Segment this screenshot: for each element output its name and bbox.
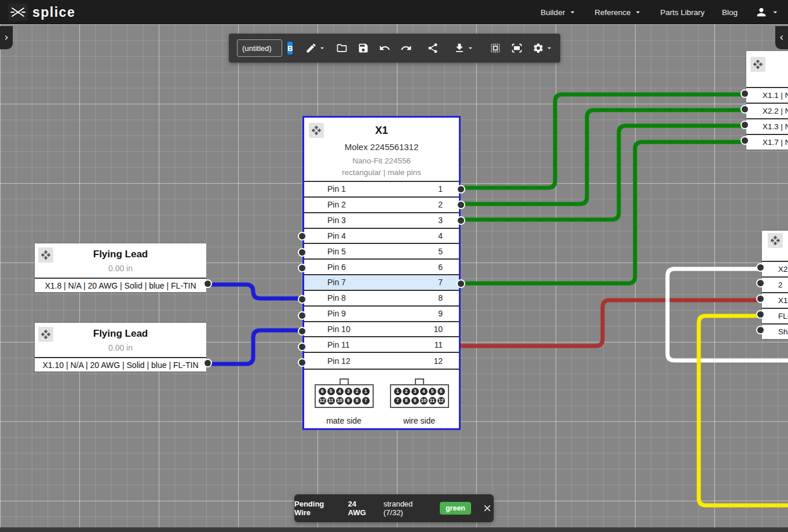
redo-button[interactable] bbox=[398, 40, 414, 56]
right-panel-toggle[interactable] bbox=[775, 26, 788, 49]
open-button[interactable] bbox=[334, 40, 350, 56]
move-handle-icon[interactable] bbox=[750, 57, 765, 72]
nav-item-reference[interactable]: Reference bbox=[594, 8, 643, 17]
pin-connector-dot[interactable] bbox=[203, 359, 212, 367]
pin-connector-dot-3[interactable] bbox=[457, 216, 465, 225]
flying-lead-block-1[interactable]: Flying Lead 0.00 in X1.8 | N/A | 20 AWG … bbox=[35, 243, 206, 292]
pin-row-1[interactable]: Pin 11 bbox=[304, 182, 459, 198]
close-pending-wire-button[interactable] bbox=[481, 502, 494, 515]
connector-series: Nano-Fit 224556 bbox=[304, 156, 459, 165]
pin-connector-dot-9[interactable] bbox=[298, 311, 307, 320]
pin-row-4[interactable]: Pin 44 bbox=[304, 229, 459, 245]
flying-lead-title: Flying Lead bbox=[35, 323, 206, 340]
pin-connector-dot[interactable] bbox=[756, 326, 765, 334]
move-handle-icon[interactable] bbox=[38, 327, 53, 342]
undo-button[interactable] bbox=[377, 40, 393, 56]
move-handle-icon[interactable] bbox=[768, 233, 783, 248]
brand[interactable]: splice bbox=[8, 3, 75, 21]
move-handle-icon[interactable] bbox=[38, 247, 53, 263]
share-button[interactable] bbox=[425, 40, 441, 56]
account-menu[interactable] bbox=[755, 6, 780, 19]
wire-row[interactable]: Shi bbox=[762, 323, 788, 339]
builder-toolbar: B bbox=[229, 34, 560, 63]
wire-row[interactable]: X1.7 | N bbox=[746, 134, 788, 150]
pin-connector-dot[interactable] bbox=[756, 294, 765, 303]
wire-row[interactable]: X1. bbox=[762, 292, 788, 308]
pin-connector-dot-4[interactable] bbox=[298, 232, 307, 241]
blue-wire-pin8[interactable] bbox=[207, 285, 302, 298]
chevron-right-icon bbox=[2, 33, 11, 42]
pin-connector-dot[interactable] bbox=[756, 279, 765, 287]
save-button[interactable] bbox=[355, 40, 371, 56]
pin-connector-dot[interactable] bbox=[740, 136, 749, 145]
pin-connector-dot-11[interactable] bbox=[298, 342, 307, 351]
pin-row-12[interactable]: Pin 1212 bbox=[304, 353, 459, 369]
pin-connector-dot-7[interactable] bbox=[457, 279, 465, 288]
diagram-canvas[interactable]: B bbox=[0, 24, 788, 527]
red-wire-pin11[interactable] bbox=[461, 300, 761, 346]
redo-icon bbox=[400, 42, 412, 54]
pin-connector-dot[interactable] bbox=[740, 121, 749, 129]
wire-row[interactable]: 2 bbox=[762, 276, 788, 292]
share-icon bbox=[427, 42, 439, 54]
pin-connector-dot[interactable] bbox=[203, 279, 212, 288]
wire-side-label: wire side bbox=[403, 416, 435, 425]
pin-connector-dot[interactable] bbox=[740, 105, 749, 114]
pin-connector-dot-2[interactable] bbox=[457, 201, 465, 209]
connector-block-right-middle[interactable]: X2. 2 X1. FL- Shi bbox=[762, 231, 788, 339]
pin-connector-dot-1[interactable] bbox=[457, 185, 465, 194]
settings-button[interactable] bbox=[530, 40, 556, 56]
nav-item-blog[interactable]: Blog bbox=[722, 8, 738, 17]
connector-title: X1 bbox=[304, 125, 459, 137]
wire-row[interactable]: X1.3 | N bbox=[746, 118, 788, 134]
pin-connector-dot-12[interactable] bbox=[298, 358, 307, 367]
pin-connector-dot[interactable] bbox=[740, 89, 749, 98]
chevron-down-icon bbox=[545, 44, 553, 52]
save-icon bbox=[357, 42, 369, 54]
wire-row[interactable]: FL- bbox=[762, 308, 788, 323]
wire-side-view: 1 2 3 4 5 6 7 8 9 10 11 12 bbox=[390, 378, 449, 429]
flying-lead-wire-row[interactable]: X1.8 | N/A | 20 AWG | Solid | blue | FL-… bbox=[35, 278, 206, 292]
move-handle-icon[interactable] bbox=[309, 123, 324, 138]
pin-connector-dot-6[interactable] bbox=[298, 264, 307, 272]
download-button[interactable] bbox=[451, 40, 477, 56]
pin-connector-dot[interactable] bbox=[756, 263, 765, 272]
pin-row-11[interactable]: Pin 1111 bbox=[304, 337, 459, 353]
green-wire-pin7[interactable] bbox=[461, 142, 745, 283]
pin-row-5[interactable]: Pin 55 bbox=[304, 244, 459, 260]
wire-row[interactable]: X2.2 | N bbox=[746, 103, 788, 118]
connector-block-right-top[interactable]: X1.1 | N X2.2 | N X1.3 | N X1.7 | N bbox=[746, 51, 788, 150]
nav-item-builder[interactable]: Builder bbox=[541, 8, 577, 17]
yellow-wire[interactable] bbox=[699, 316, 788, 505]
pin-connector-dot-8[interactable] bbox=[298, 295, 307, 304]
pin-row-6[interactable]: Pin 66 bbox=[304, 260, 459, 275]
user-icon bbox=[755, 6, 768, 19]
pin-row-10[interactable]: Pin 1010 bbox=[304, 322, 459, 338]
edit-tool-button[interactable] bbox=[303, 40, 329, 56]
left-panel-toggle[interactable] bbox=[0, 26, 13, 49]
top-nav: splice Builder Reference Parts Library B… bbox=[0, 0, 788, 24]
pending-wire-gauge: 24 AWG bbox=[348, 500, 373, 517]
flying-lead-length: 0.00 in bbox=[35, 264, 206, 273]
undo-icon bbox=[379, 42, 391, 54]
pin-row-8[interactable]: Pin 88 bbox=[304, 291, 459, 307]
connector-key-tab bbox=[415, 378, 424, 384]
nav-item-parts-library[interactable]: Parts Library bbox=[660, 8, 705, 17]
pin-row-7-selected[interactable]: Pin 77 bbox=[304, 275, 459, 291]
select-all-button[interactable] bbox=[487, 40, 504, 56]
pin-row-3[interactable]: Pin 33 bbox=[304, 213, 459, 229]
wire-row[interactable]: X1.1 | N bbox=[746, 87, 788, 103]
wire-row[interactable]: X2. bbox=[762, 261, 788, 276]
pin-row-9[interactable]: Pin 99 bbox=[304, 307, 459, 322]
pin-connector-dot[interactable] bbox=[756, 310, 765, 319]
connector-block-x1[interactable]: X1 Molex 2245561312 Nano-Fit 224556 rect… bbox=[302, 116, 461, 430]
pin-row-2[interactable]: Pin 22 bbox=[304, 198, 459, 213]
blue-wire-pin10[interactable] bbox=[207, 330, 302, 364]
pin-connector-dot-5[interactable] bbox=[298, 248, 307, 257]
flying-lead-block-2[interactable]: Flying Lead 0.00 in X1.10 | N/A | 20 AWG… bbox=[35, 323, 206, 371]
flying-lead-wire-row[interactable]: X1.10 | N/A | 20 AWG | Solid | blue | FL… bbox=[35, 357, 206, 371]
fit-screen-button[interactable] bbox=[509, 40, 525, 56]
pin-connector-dot-10[interactable] bbox=[298, 327, 307, 336]
chevron-down-icon bbox=[771, 8, 780, 17]
harness-title-input[interactable] bbox=[237, 39, 282, 57]
